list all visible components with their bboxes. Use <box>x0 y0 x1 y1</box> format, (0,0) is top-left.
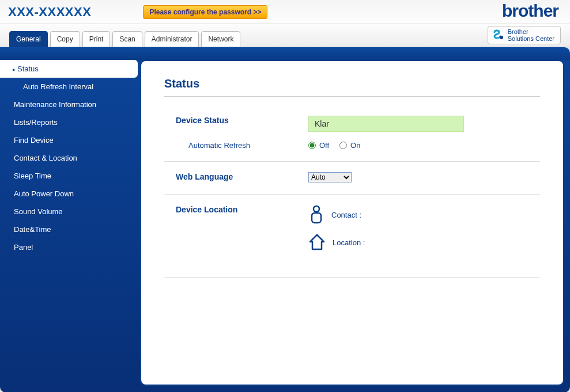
sidebar-item-panel[interactable]: Panel <box>0 238 134 256</box>
row-web-language: Web Language Auto <box>164 168 540 195</box>
workarea: Status Auto Refresh Interval Maintenance… <box>0 60 570 392</box>
tab-print[interactable]: Print <box>82 31 111 47</box>
solutions-center-line2: Solutions Center <box>508 35 554 42</box>
device-status-value: Klar <box>308 116 464 132</box>
main-tabbar: General Copy Print Scan Administrator Ne… <box>0 24 570 47</box>
main-content: Status Device Status Klar Automatic Refr… <box>140 60 564 386</box>
sidebar-item-status[interactable]: Status <box>0 60 138 78</box>
row-device-location: Device Location Contact : Location : <box>164 200 540 278</box>
row-device-status: Device Status Klar <box>164 111 540 136</box>
sidebar-item-sleep-time[interactable]: Sleep Time <box>0 167 134 185</box>
row-automatic-refresh: Automatic Refresh Off On <box>164 136 540 162</box>
tab-scan[interactable]: Scan <box>112 31 142 47</box>
solutions-center-line1: Brother <box>508 28 554 35</box>
tab-administrator[interactable]: Administrator <box>145 31 199 47</box>
sidebar-item-contact-location[interactable]: Contact & Location <box>0 149 134 167</box>
sidebar-item-auto-refresh-interval[interactable]: Auto Refresh Interval <box>0 78 134 96</box>
tab-network[interactable]: Network <box>201 31 240 47</box>
svg-point-1 <box>314 206 319 212</box>
sidebar-item-lists-reports[interactable]: Lists/Reports <box>0 113 134 131</box>
brother-logo: brother <box>502 1 558 21</box>
sidebar-item-auto-power-down[interactable]: Auto Power Down <box>0 185 134 203</box>
location-icon <box>308 234 326 251</box>
contact-label: Contact : <box>331 211 361 219</box>
sidebar-item-find-device[interactable]: Find Device <box>0 131 134 149</box>
radio-refresh-off-label[interactable]: Off <box>308 141 329 150</box>
svg-rect-2 <box>312 213 321 223</box>
label-device-location: Device Location <box>176 205 308 214</box>
contact-row: Contact : <box>308 205 540 224</box>
location-label: Location : <box>333 238 365 247</box>
sidebar: Status Auto Refresh Interval Maintenance… <box>0 60 134 392</box>
solutions-center-icon <box>492 29 504 41</box>
sidebar-item-sound-volume[interactable]: Sound Volume <box>0 203 134 220</box>
label-automatic-refresh: Automatic Refresh <box>176 141 308 150</box>
page-header: XXX-XXXXXX Please configure the password… <box>0 0 570 24</box>
radio-refresh-on[interactable] <box>339 142 347 149</box>
page-title: Status <box>164 77 540 97</box>
password-notice-link[interactable]: Please configure the password >> <box>143 5 267 19</box>
svg-point-0 <box>500 36 503 39</box>
tab-general[interactable]: General <box>9 31 48 47</box>
label-web-language: Web Language <box>176 172 308 182</box>
web-language-select[interactable]: Auto <box>308 172 352 182</box>
blue-decorative-strip <box>0 47 570 60</box>
sidebar-item-date-time[interactable]: Date&Time <box>0 220 134 238</box>
contact-icon <box>308 205 324 224</box>
label-device-status: Device Status <box>176 116 308 132</box>
tab-copy[interactable]: Copy <box>50 31 80 47</box>
radio-refresh-on-label[interactable]: On <box>339 141 360 150</box>
solutions-center-button[interactable]: Brother Solutions Center <box>488 26 561 44</box>
radio-refresh-off[interactable] <box>308 142 316 149</box>
location-row: Location : <box>308 234 540 251</box>
device-model: XXX-XXXXXX <box>8 5 91 20</box>
sidebar-item-maintenance-info[interactable]: Maintenance Information <box>0 96 134 113</box>
